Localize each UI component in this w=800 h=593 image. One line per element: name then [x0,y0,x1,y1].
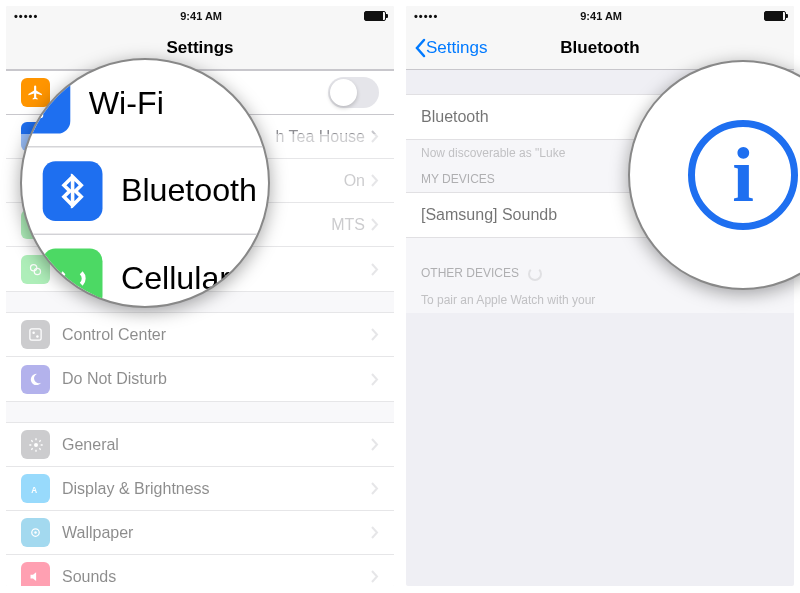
row-display-brightness[interactable]: A Display & Brightness [6,467,394,511]
chevron-right-icon [371,526,379,539]
chevron-right-icon [371,482,379,495]
row-label: Display & Brightness [62,480,371,498]
row-sounds[interactable]: Sounds [6,555,394,586]
back-label: Settings [426,38,487,58]
chevron-right-icon [371,373,379,386]
signal-dots-icon: ••••• [414,10,438,22]
control-center-icon [21,320,50,349]
row-detail: h Tea House [275,128,365,146]
row-label: General [62,436,371,454]
status-bar: ••••• 9:41 AM [406,6,794,26]
magnifier-settings-rows: Wi-Fi Bluetooth Cellular [20,58,270,308]
svg-point-1 [34,268,40,274]
signal-dots-icon: ••••• [14,10,38,22]
status-time: 9:41 AM [180,10,222,22]
row-general[interactable]: General [6,423,394,467]
chevron-right-icon [371,570,379,583]
chevron-right-icon [371,438,379,451]
row-label: Control Center [62,326,371,344]
info-icon: i [688,120,798,230]
chevron-right-icon [371,130,379,143]
airplane-toggle[interactable] [328,77,379,108]
bluetooth-icon [43,161,103,221]
back-button[interactable]: Settings [414,38,487,58]
chevron-right-icon [371,263,379,276]
nav-title: Bluetooth [560,38,639,58]
wallpaper-icon [21,518,50,547]
airplane-icon [21,78,50,107]
sounds-icon [21,562,50,586]
row-do-not-disturb[interactable]: Do Not Disturb [6,357,394,401]
row-detail: On [344,172,365,190]
svg-point-8 [34,531,37,534]
row-label: Wallpaper [62,524,371,542]
svg-rect-2 [30,329,41,340]
gear-icon [21,430,50,459]
battery-icon [764,11,786,21]
chevron-right-icon [371,174,379,187]
row-wallpaper[interactable]: Wallpaper [6,511,394,555]
row-detail: MTS [331,216,365,234]
svg-point-4 [36,335,39,338]
moon-icon [21,365,50,394]
pair-note: To pair an Apple Watch with your [406,287,794,313]
svg-point-5 [34,443,38,447]
chevron-left-icon [414,38,426,58]
nav-bar: Settings [6,26,394,70]
status-time: 9:41 AM [580,10,622,22]
status-bar: ••••• 9:41 AM [6,6,394,26]
nav-title: Settings [166,38,233,58]
row-label: Do Not Disturb [62,370,371,388]
svg-point-3 [32,331,35,334]
lens-label: Bluetooth [121,172,257,209]
lens-label: Wi-Fi [89,85,164,122]
svg-point-0 [31,264,37,270]
chevron-right-icon [371,218,379,231]
chevron-right-icon [371,328,379,341]
row-control-center[interactable]: Control Center [6,313,394,357]
battery-icon [364,11,386,21]
display-icon: A [21,474,50,503]
row-label: Sounds [62,568,371,586]
other-devices-label: OTHER DEVICES [421,266,519,280]
spinner-icon [528,267,542,281]
svg-text:A: A [31,485,37,494]
lens-row-bluetooth: Bluetooth [22,147,270,234]
